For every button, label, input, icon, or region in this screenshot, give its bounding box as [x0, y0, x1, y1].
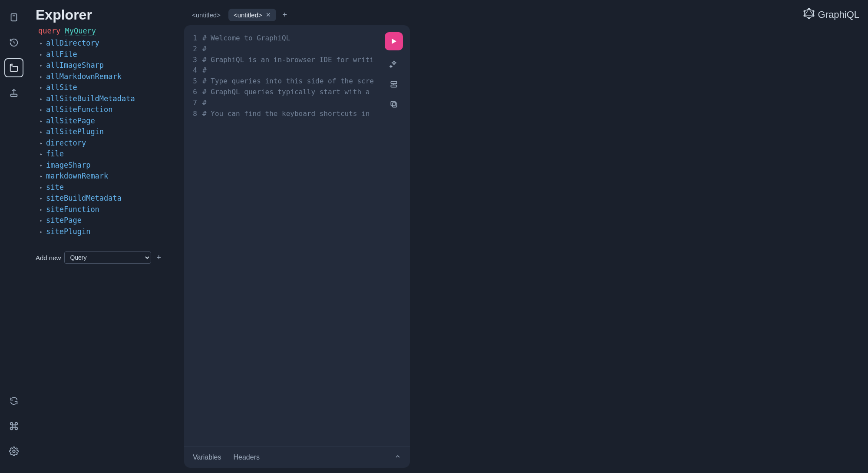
field-item[interactable]: directory [40, 138, 176, 149]
tab-label: <untitled> [192, 11, 221, 19]
field-item[interactable]: sitePlugin [40, 226, 176, 238]
main-area: <untitled><untitled>✕ + GraphiQL [184, 0, 868, 473]
editor-code[interactable]: # Welcome to GraphiQL## GraphiQL is an i… [202, 33, 405, 441]
query-header: query MyQuery [36, 26, 176, 35]
shortcuts-icon[interactable] [4, 417, 23, 436]
svg-point-10 [812, 15, 814, 17]
variables-tab[interactable]: Variables [193, 453, 221, 461]
copy-icon[interactable] [388, 98, 400, 110]
editor-pane: 12345678 # Welcome to GraphiQL## GraphiQ… [184, 25, 410, 468]
query-keyword: query [38, 26, 60, 35]
svg-rect-15 [391, 81, 396, 83]
field-item[interactable]: allDirectory [40, 38, 176, 49]
svg-rect-4 [11, 94, 17, 97]
editor-toolbar [385, 32, 403, 110]
add-tab-icon[interactable]: + [279, 9, 291, 21]
svg-point-12 [804, 15, 805, 17]
prettify-icon[interactable] [388, 58, 400, 70]
field-item[interactable]: siteFunction [40, 204, 176, 215]
field-item[interactable]: allSiteFunction [40, 104, 176, 116]
svg-marker-7 [804, 9, 813, 16]
refresh-icon[interactable] [4, 391, 23, 410]
field-item[interactable]: allImageSharp [40, 60, 176, 71]
merge-icon[interactable] [388, 78, 400, 90]
svg-rect-19 [391, 101, 395, 106]
headers-tab[interactable]: Headers [234, 453, 260, 461]
svg-rect-0 [11, 14, 17, 21]
workspace: 12345678 # Welcome to GraphiQL## GraphiQ… [184, 25, 863, 468]
svg-rect-18 [393, 103, 397, 107]
svg-line-3 [14, 43, 15, 43]
add-new-row: Add new Query + [36, 251, 176, 264]
field-item[interactable]: file [40, 149, 176, 160]
field-item[interactable]: allSite [40, 82, 176, 93]
history-icon[interactable] [4, 33, 23, 52]
field-item[interactable]: allSiteBuildMetadata [40, 93, 176, 105]
add-new-plus-icon[interactable]: + [155, 253, 163, 262]
graphql-logo-icon [803, 8, 815, 22]
field-item[interactable]: imageSharp [40, 160, 176, 171]
run-button[interactable] [385, 32, 403, 50]
explorer-title: Explorer [36, 7, 176, 23]
brand-name: GraphiQL [818, 9, 859, 20]
tab-bar: <untitled><untitled>✕ + GraphiQL [184, 4, 863, 25]
explorer-separator [36, 246, 176, 246]
docs-icon[interactable] [4, 8, 23, 27]
app-root: Explorer query MyQuery allDirectoryallFi… [0, 0, 868, 473]
svg-marker-14 [392, 39, 397, 44]
icon-sidebar [0, 0, 28, 473]
svg-point-5 [13, 450, 15, 453]
brand: GraphiQL [803, 8, 863, 22]
tab[interactable]: <untitled> [187, 9, 226, 21]
svg-point-9 [812, 10, 814, 12]
field-item[interactable]: site [40, 182, 176, 193]
field-item[interactable]: markdownRemark [40, 171, 176, 182]
tab[interactable]: <untitled>✕ [228, 9, 276, 21]
export-icon[interactable] [4, 83, 23, 103]
chevron-up-icon[interactable] [394, 453, 401, 462]
add-new-label: Add new [36, 254, 61, 261]
editor-footer: Variables Headers [184, 446, 410, 468]
query-name[interactable]: MyQuery [65, 26, 96, 36]
settings-icon[interactable] [4, 442, 23, 461]
svg-rect-16 [391, 85, 396, 87]
explorer-panel: Explorer query MyQuery allDirectoryallFi… [28, 0, 184, 473]
field-item[interactable]: sitePage [40, 215, 176, 226]
editor-body[interactable]: 12345678 # Welcome to GraphiQL## GraphiQ… [184, 25, 410, 446]
svg-point-8 [808, 8, 809, 10]
field-item[interactable]: allSitePlugin [40, 126, 176, 138]
field-item[interactable]: allMarkdownRemark [40, 71, 176, 83]
tab-label: <untitled> [234, 11, 262, 19]
field-item[interactable]: allFile [40, 49, 176, 60]
explorer-icon[interactable] [4, 58, 23, 77]
field-list: allDirectoryallFileallImageSharpallMarkd… [36, 38, 176, 237]
svg-point-11 [808, 17, 809, 19]
results-pane [410, 25, 863, 468]
field-item[interactable]: allSitePage [40, 116, 176, 127]
editor-gutter: 12345678 [189, 33, 202, 441]
add-new-select[interactable]: Query [64, 251, 151, 264]
play-icon [390, 37, 398, 45]
close-icon[interactable]: ✕ [266, 11, 271, 18]
svg-point-13 [804, 10, 805, 12]
field-item[interactable]: siteBuildMetadata [40, 193, 176, 204]
